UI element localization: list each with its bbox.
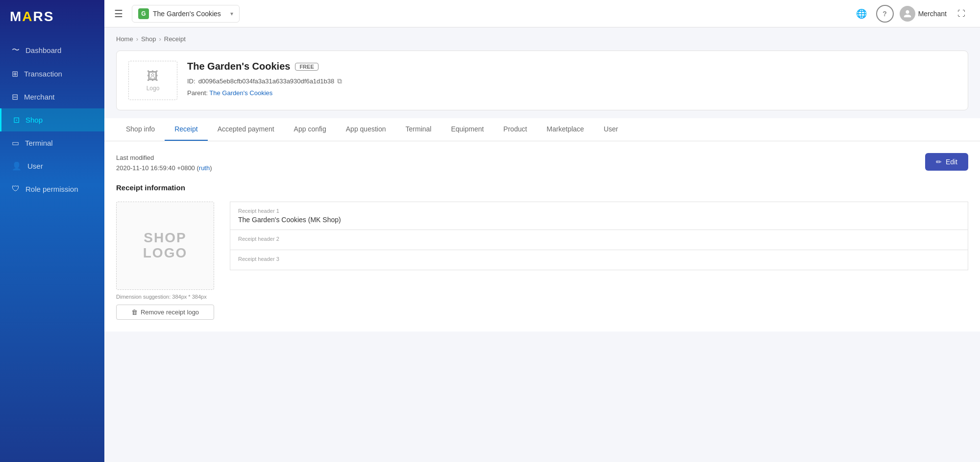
breadcrumb-sep-1: › [136,35,138,43]
user-icon: 👤 [12,161,22,171]
last-modified: Last modified 2020-11-10 16:59:40 +0800 … [116,153,212,174]
shop-selector-icon: G [138,8,149,19]
transaction-icon: ⊞ [12,69,18,78]
sidebar-item-label: Dashboard [25,46,61,54]
sidebar: MARS 〜 Dashboard ⊞ Transaction ⊟ Merchan… [0,0,104,462]
tab-bar: Shop info Receipt Accepted payment App c… [104,118,980,141]
sidebar-item-merchant[interactable]: ⊟ Merchant [0,85,104,108]
fullscreen-icon[interactable]: ⛶ [953,5,970,23]
shop-card: 🖼 Logo The Garden's Cookies FREE ID: d00… [116,51,968,110]
tab-receipt[interactable]: Receipt [165,118,207,141]
sidebar-item-label: Terminal [25,139,53,147]
sidebar-item-label: Transaction [24,70,62,78]
shop-selector-name: The Garden's Cookies [153,10,226,18]
logo-placeholder-text: SHOP LOGO [143,231,187,261]
shop-icon: ⊡ [13,115,20,125]
shop-parent: Parent: The Garden's Cookies [187,89,956,97]
last-modified-value: 2020-11-10 16:59:40 +0800 (ruth) [116,163,212,174]
logo-area: MARS [0,0,104,33]
shop-id-row: ID: d0096a5eb8cfb034fa3a31a633a930df6a1d… [187,77,956,85]
merchant-icon: ⊟ [12,92,18,102]
field-value-1: The Garden's Cookies (MK Shop) [238,216,960,224]
page-content: Home › Shop › Receipt 🖼 Logo The Garden'… [104,27,980,462]
last-modified-label: Last modified [116,153,212,163]
sidebar-item-label: Merchant [24,93,55,101]
shop-details: The Garden's Cookies FREE ID: d0096a5eb8… [187,61,956,97]
sidebar-item-role-permission[interactable]: 🛡 Role permission [0,178,104,200]
receipt-header-row: Last modified 2020-11-10 16:59:40 +0800 … [116,153,968,174]
receipt-fields: Receipt header 1 The Garden's Cookies (M… [230,202,968,270]
logo-label: Logo [147,85,160,92]
shop-selector[interactable]: G The Garden's Cookies ▾ [132,5,240,23]
shop-id-value: d0096a5eb8cfb034fa3a31a633a930df6a1d1b38 [198,77,335,85]
tab-user[interactable]: User [594,118,628,141]
remove-logo-button[interactable]: 🗑 Remove receipt logo [116,305,214,320]
breadcrumb-shop[interactable]: Shop [141,35,156,43]
trash-icon: 🗑 [131,308,138,316]
tab-shop-info[interactable]: Shop info [116,118,165,141]
topbar: ☰ G The Garden's Cookies ▾ 🌐 ? Merchant … [104,0,980,27]
tab-terminal[interactable]: Terminal [396,118,441,141]
sidebar-item-user[interactable]: 👤 User [0,154,104,178]
sidebar-item-transaction[interactable]: ⊞ Transaction [0,62,104,85]
free-badge: FREE [295,63,318,71]
merchant-button[interactable]: Merchant [900,6,947,22]
shield-icon: 🛡 [12,184,20,193]
edit-icon: ✏ [936,158,942,166]
field-label-2: Receipt header 2 [238,236,960,242]
breadcrumb: Home › Shop › Receipt [104,27,980,51]
tab-product[interactable]: Product [493,118,537,141]
avatar [900,6,915,22]
breadcrumb-home[interactable]: Home [116,35,133,43]
field-label-1: Receipt header 1 [238,208,960,214]
tab-app-config[interactable]: App config [284,118,336,141]
hamburger-menu[interactable]: ☰ [114,8,123,20]
dashboard-icon: 〜 [12,45,20,55]
terminal-icon: ▭ [12,138,19,148]
main-content: ☰ G The Garden's Cookies ▾ 🌐 ? Merchant … [104,0,980,462]
sidebar-nav: 〜 Dashboard ⊞ Transaction ⊟ Merchant ⊡ S… [0,38,104,200]
receipt-header-2-field: Receipt header 2 [230,230,968,250]
tab-marketplace[interactable]: Marketplace [537,118,594,141]
receipt-section: Last modified 2020-11-10 16:59:40 +0800 … [104,141,980,332]
sidebar-item-label: Role permission [25,185,78,193]
globe-icon[interactable]: 🌐 [853,5,870,23]
breadcrumb-receipt: Receipt [164,35,186,43]
receipt-content: SHOP LOGO Dimension suggestion: 384px * … [116,202,968,320]
receipt-header-3-field: Receipt header 3 [230,250,968,270]
shop-logo-placeholder: 🖼 Logo [128,61,177,100]
receipt-header-1-field: Receipt header 1 The Garden's Cookies (M… [230,202,968,230]
copy-icon[interactable]: ⧉ [337,77,342,85]
tab-accepted-payment[interactable]: Accepted payment [208,118,284,141]
id-label: ID: [187,77,196,85]
receipt-info-title: Receipt information [116,183,968,192]
shop-name: The Garden's Cookies [187,61,290,72]
logo-preview: SHOP LOGO [116,202,214,290]
tab-equipment[interactable]: Equipment [441,118,493,141]
chevron-down-icon: ▾ [230,10,233,17]
edit-button[interactable]: ✏ Edit [925,153,968,171]
sidebar-item-label: Shop [25,116,43,124]
field-label-3: Receipt header 3 [238,256,960,262]
image-icon: 🖼 [147,69,159,83]
tab-app-question[interactable]: App question [336,118,396,141]
sidebar-item-terminal[interactable]: ▭ Terminal [0,131,104,154]
logo-upload-box: SHOP LOGO Dimension suggestion: 384px * … [116,202,214,320]
help-icon[interactable]: ? [876,5,894,23]
sidebar-item-dashboard[interactable]: 〜 Dashboard [0,38,104,62]
modified-user-link[interactable]: ruth [199,164,210,172]
parent-link[interactable]: The Garden's Cookies [209,89,272,97]
sidebar-item-shop[interactable]: ⊡ Shop [0,108,104,131]
breadcrumb-sep-2: › [159,35,161,43]
shop-name-row: The Garden's Cookies FREE [187,61,956,72]
sidebar-item-label: User [27,162,43,170]
mars-logo: MARS [10,9,54,25]
merchant-label: Merchant [918,10,947,18]
dimension-hint: Dimension suggestion: 384px * 384px [116,294,214,300]
